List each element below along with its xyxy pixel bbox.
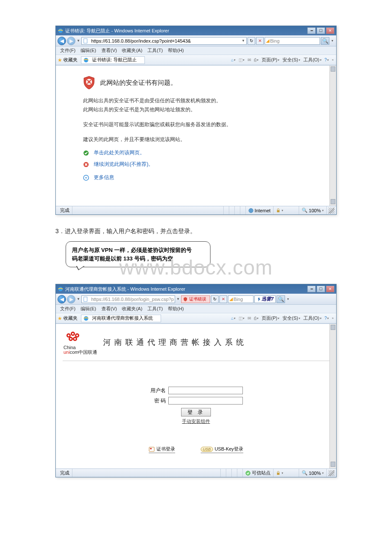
usb-icon: USB <box>201 447 213 452</box>
tools-menu[interactable]: 工具(O)▾ <box>303 57 323 63</box>
menu-help[interactable]: 帮助(H) <box>166 306 185 312</box>
forward-button[interactable]: ▶ <box>67 37 75 45</box>
username-input[interactable] <box>168 387 243 394</box>
menu-file[interactable]: 文件(F) <box>58 47 77 54</box>
url-field[interactable]: https://61.168.0.88/por/index.csp?point=… <box>81 37 247 45</box>
menu-help[interactable]: 帮助(H) <box>166 47 185 54</box>
login-button[interactable]: 登 录 <box>181 408 211 416</box>
history-dropdown[interactable]: ▼ <box>76 297 81 301</box>
url-dropdown[interactable]: ▼ <box>241 39 245 43</box>
page-menu[interactable]: 页面(P)▾ <box>261 57 280 63</box>
help-button[interactable]: ?▾ <box>324 316 330 321</box>
favorites-bar: ★ 收藏夹 河南联通代理商营帐接入系统 ⌂▾ ◫▾ ✉ ⎙▾ 页面(P)▾ 安全… <box>56 313 336 324</box>
continue-link[interactable]: 继续浏览此网站(不推荐)。 <box>94 161 153 167</box>
system-title: 河南联通代理商营帐接入系统 <box>103 337 247 347</box>
close-webpage-link[interactable]: 单击此处关闭该网页。 <box>94 150 145 156</box>
xunlei-icon <box>257 297 262 302</box>
search-go-button[interactable]: 🔍 <box>277 295 285 303</box>
x-icon <box>83 162 89 168</box>
safety-menu[interactable]: 安全(S)▾ <box>282 315 301 321</box>
cert-error-heading: 此网站的安全证书有问题。 <box>100 79 177 87</box>
search-go-button[interactable]: 🔍 <box>321 37 329 45</box>
svg-point-24 <box>246 471 250 475</box>
password-input[interactable] <box>168 397 243 405</box>
home-button[interactable]: ⌂▾ <box>230 316 236 321</box>
menu-edit[interactable]: 编辑(E) <box>79 306 98 312</box>
favorites-label[interactable]: 收藏夹 <box>63 315 78 321</box>
xunlei-badge[interactable]: 迅雷7 <box>254 295 276 303</box>
print-button[interactable]: ⎙▾ <box>253 316 259 321</box>
scrollbar-vertical[interactable] <box>329 66 336 206</box>
resize-grip[interactable] <box>329 470 334 476</box>
callout-wrapper: 用户名与原 VPN 一样，必须是签协议时报留的号 码老渠道可能是以前 133 号… <box>55 241 337 275</box>
chevron-more[interactable]: » <box>331 317 334 320</box>
zoom-control[interactable]: 🔍 100% ▾ <box>299 469 327 477</box>
back-button[interactable]: ◀ <box>58 37 66 45</box>
expand-icon <box>83 175 89 181</box>
menu-file[interactable]: 文件(F) <box>58 306 77 312</box>
menu-edit[interactable]: 编辑(E) <box>79 47 98 54</box>
page-menu[interactable]: 页面(P)▾ <box>261 315 280 321</box>
close-button[interactable]: ✕ <box>326 27 334 34</box>
url-dropdown[interactable]: ▼ <box>176 297 180 301</box>
history-dropdown[interactable]: ▼ <box>76 39 81 43</box>
url-field[interactable]: https://61.168.0.88/por/login_psw.csp?po… <box>81 295 175 303</box>
zone-indicator[interactable]: Internet <box>246 206 274 214</box>
protected-mode[interactable]: ▾ <box>274 206 299 214</box>
svg-rect-8 <box>277 210 280 212</box>
maximize-button[interactable]: ☐ <box>317 286 325 292</box>
mail-button[interactable]: ✉ <box>247 58 252 62</box>
search-box[interactable]: ◢ Bing <box>228 295 254 303</box>
browser-tab[interactable]: 证书错误: 导航已阻止 <box>81 56 145 64</box>
cert-line-1: 此网站出具的安全证书不是由受信任的证书颁发机构颁发的。 <box>83 97 328 104</box>
mail-button[interactable]: ✉ <box>247 316 252 321</box>
search-dropdown[interactable]: ▾ <box>330 39 334 43</box>
cert-login-link[interactable]: 证书登录 <box>149 446 175 453</box>
forward-button[interactable]: ▶ <box>67 295 75 304</box>
zoom-control[interactable]: 🔍 100% ▾ <box>299 206 327 214</box>
more-info-link[interactable]: 更多信息 <box>94 174 114 180</box>
protected-mode[interactable]: ▾ <box>274 469 299 477</box>
scrollbar-vertical[interactable] <box>329 324 336 468</box>
tab-ie-icon <box>83 315 89 321</box>
stop-button[interactable]: ✕ <box>219 295 227 303</box>
menu-tools[interactable]: 工具(T) <box>146 306 164 312</box>
home-button[interactable]: ⌂▾ <box>230 58 236 62</box>
command-bar: ⌂▾ ◫▾ ✉ ⎙▾ 页面(P)▾ 安全(S)▾ 工具(O)▾ ?▾ » <box>230 57 334 63</box>
search-box[interactable]: ◢ Bing <box>265 37 320 45</box>
safety-menu[interactable]: 安全(S)▾ <box>282 57 301 63</box>
refresh-button[interactable]: ↻ <box>248 37 255 45</box>
callout-line-1: 用户名与原 VPN 一样，必须是签协议时报留的号 <box>72 246 204 254</box>
menu-tools[interactable]: 工具(T) <box>146 47 164 54</box>
refresh-button[interactable]: ↻ <box>211 295 219 303</box>
bing-icon: ◢ <box>229 296 233 302</box>
search-dropdown[interactable]: ▾ <box>286 297 290 301</box>
print-button[interactable]: ⎙▾ <box>253 58 259 62</box>
menu-view[interactable]: 查看(V) <box>100 47 119 54</box>
ie-window-login: 河南联通代理商营帐接入系统 - Windows Internet Explore… <box>55 284 337 477</box>
close-button[interactable]: ✕ <box>326 286 334 292</box>
usb-login-link[interactable]: USB USB-Key登录 <box>201 446 243 453</box>
menu-favorites[interactable]: 收藏夹(A) <box>120 47 144 54</box>
cert-error-badge[interactable]: 证书错误 <box>181 295 210 303</box>
minimize-button[interactable]: ━ <box>307 286 316 292</box>
tools-menu[interactable]: 工具(O)▾ <box>303 315 323 321</box>
feeds-button[interactable]: ◫▾ <box>238 316 245 321</box>
resize-grip[interactable] <box>329 208 334 214</box>
browser-tab[interactable]: 河南联通代理商营帐接入系统 <box>81 315 161 322</box>
minimize-button[interactable]: ━ <box>307 27 316 34</box>
chevron-more[interactable]: » <box>331 58 334 61</box>
back-button[interactable]: ◀ <box>58 295 66 304</box>
maximize-button[interactable]: ☐ <box>317 27 325 34</box>
lock-icon <box>276 208 280 213</box>
menu-favorites[interactable]: 收藏夹(A) <box>120 306 144 312</box>
feeds-button[interactable]: ◫▾ <box>238 58 245 62</box>
zone-indicator[interactable]: 可信站点 <box>243 469 274 477</box>
stop-button[interactable]: ✕ <box>256 37 264 45</box>
help-button[interactable]: ?▾ <box>324 58 330 62</box>
favorites-star-icon[interactable]: ★ <box>58 315 62 321</box>
menu-view[interactable]: 查看(V) <box>100 306 119 312</box>
favorites-star-icon[interactable]: ★ <box>58 57 62 63</box>
favorites-label[interactable]: 收藏夹 <box>63 57 78 63</box>
manual-install-link[interactable]: 手动安装组件 <box>149 418 243 425</box>
